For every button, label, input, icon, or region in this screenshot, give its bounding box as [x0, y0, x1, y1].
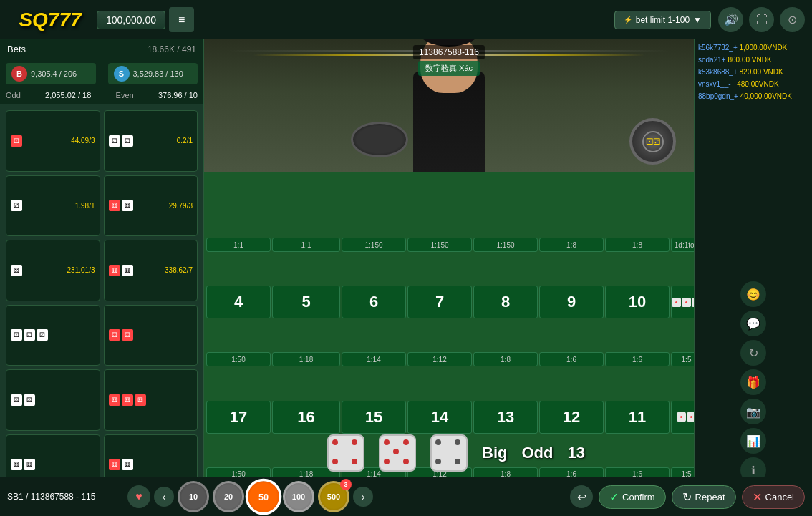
chat-icon[interactable]: 💬: [740, 311, 766, 336]
player-tab-b[interactable]: B 9,305.4 / 206: [6, 63, 96, 84]
bet-3-amount: 1.98/1: [75, 202, 95, 210]
confirm-button[interactable]: ✓ Confirm: [599, 485, 666, 509]
player-tab-s[interactable]: S 3,529.83 / 130: [108, 63, 198, 84]
odds-row-1: Odd 2,055.02 / 18 Even 376.96 / 10: [6, 91, 198, 99]
die-6b: ⚅: [122, 265, 133, 276]
hamburger-button[interactable]: ≡: [169, 7, 194, 32]
even-label: Even: [116, 91, 134, 99]
chip-20[interactable]: 20: [213, 481, 244, 512]
num-6[interactable]: 6: [342, 286, 406, 318]
odd-label: Odd: [6, 91, 21, 99]
right-panel: k56k7732_+ 1,000.00VNDK soda21+ 800.00 V…: [694, 39, 812, 516]
verify-button[interactable]: 数字验真 Xác: [418, 61, 480, 76]
num-5[interactable]: 5: [272, 286, 340, 318]
player-s-amount: 3,529.83 / 130: [133, 69, 183, 78]
odds-1d: 1d:1to1: [671, 238, 694, 252]
die-11: ⚄: [11, 459, 22, 470]
die-1: ⚀: [11, 135, 22, 147]
odds-4: 1:50: [206, 352, 271, 366]
die-8b: ⚃: [122, 329, 133, 341]
undo-button[interactable]: ↩: [570, 485, 593, 508]
gift-icon[interactable]: 🎁: [740, 369, 766, 395]
chip-500[interactable]: 500 3: [318, 481, 349, 512]
odds-label-150b: 1:150: [407, 238, 472, 252]
num-16[interactable]: 16: [272, 401, 340, 434]
odds-8: 1:8: [473, 352, 538, 366]
refresh-icon[interactable]: ↻: [740, 340, 766, 366]
chip-100[interactable]: 100: [283, 481, 314, 512]
num-4[interactable]: 4: [206, 286, 271, 318]
bet-limit-button[interactable]: ⚡ bet limit 1-100 ▼: [614, 11, 711, 29]
bet-cell-10[interactable]: ⚅ ⚅ ⚅: [104, 369, 198, 431]
dice-2: ⚁ ⚁: [109, 135, 133, 147]
bet-cell-8[interactable]: ⚃ ⚃: [104, 305, 198, 366]
triple-combo-1[interactable]: [671, 286, 694, 318]
odds-7: 1:12: [407, 352, 472, 366]
odds-label-11b: 1:1: [272, 238, 340, 252]
chart-icon[interactable]: 📊: [740, 428, 766, 454]
dice-9: ⚄ ⚄: [11, 394, 35, 406]
num-15[interactable]: 15: [342, 401, 406, 434]
die-4b: ⚃: [122, 200, 133, 211]
dice-6: ⚅ ⚅: [109, 265, 133, 276]
num-8[interactable]: 8: [473, 286, 538, 318]
bet-cell-2[interactable]: ⚁ ⚁ 0.2/1: [104, 110, 198, 172]
num-7[interactable]: 7: [407, 286, 472, 318]
double-combo-1[interactable]: [671, 401, 694, 434]
main-layout: Bets 18.66K / 491 B 9,305.4 / 206 S 3,52…: [0, 39, 812, 516]
num-13[interactable]: 13: [473, 401, 538, 434]
chip-50[interactable]: 50: [246, 479, 282, 515]
odds-10: 1:6: [605, 352, 670, 366]
die-11b: ⚅: [24, 459, 35, 470]
bet-cell-7[interactable]: ⚀ ⚁ ⚂: [6, 305, 100, 366]
odds-label-8b: 1:8: [605, 238, 670, 252]
num-17[interactable]: 17: [206, 401, 271, 434]
chip-right-arrow[interactable]: ›: [353, 487, 373, 507]
num-9[interactable]: 9: [539, 286, 604, 318]
cancel-x-icon: ✕: [753, 490, 762, 504]
left-panel: Bets 18.66K / 491 B 9,305.4 / 206 S 3,52…: [0, 39, 204, 516]
bet-grid: ⚀ 44.09/3 ⚁ ⚁ 0.2/1 ⚂ 1.98/1 ⚃: [0, 104, 203, 501]
fullscreen-icon[interactable]: ⛶: [749, 7, 774, 32]
odds-label-150c: 1:150: [473, 238, 538, 252]
num-14[interactable]: 14: [407, 401, 472, 434]
bet-cell-1[interactable]: ⚀ 44.09/3: [6, 110, 100, 172]
video-area: ⚀⚁ 113867588-116 数字验真 Xác: [204, 39, 694, 172]
odds-9: 1:6: [539, 352, 604, 366]
player-divider: [102, 63, 102, 84]
emoji-icon[interactable]: 😊: [740, 281, 766, 307]
bet-cell-5[interactable]: ⚄ 231.01/3: [6, 240, 100, 301]
num-12[interactable]: 12: [539, 401, 604, 434]
bets-header: Bets 18.66K / 491: [0, 39, 203, 59]
odds-5: 1:18: [272, 352, 340, 366]
bet-cell-3[interactable]: ⚂ 1.98/1: [6, 175, 100, 237]
settings-icon[interactable]: ⊙: [780, 7, 805, 32]
chat-msg-1: k56k7732_+ 1,000.00VNDK: [698, 43, 808, 52]
bet-cell-4[interactable]: ⚃ ⚃ 29.79/3: [104, 175, 198, 237]
dice-5: ⚄: [11, 265, 22, 276]
header: SQ777 100,000.00 ≡ ⚡ bet limit 1-100 ▼ 🔊…: [0, 0, 812, 39]
heart-button[interactable]: ♥: [127, 485, 150, 508]
badge-s: S: [114, 66, 130, 82]
odds-t1: 1:5: [671, 352, 694, 366]
die-2: ⚁: [109, 135, 120, 147]
repeat-button[interactable]: ↻ Repeat: [672, 485, 736, 509]
num-11[interactable]: 11: [605, 401, 670, 434]
bet-4-amount: 29.79/3: [169, 202, 193, 210]
die-3: ⚂: [11, 200, 22, 211]
cancel-button[interactable]: ✕ Cancel: [742, 485, 805, 509]
chip-left-arrow[interactable]: ‹: [154, 487, 174, 507]
dice-12: ⚅ ⚅: [109, 459, 133, 470]
num-10[interactable]: 10: [605, 286, 670, 318]
die-8: ⚃: [109, 329, 120, 341]
bet-2-amount: 0.2/1: [177, 137, 193, 145]
chat-messages: k56k7732_+ 1,000.00VNDK soda21+ 800.00 V…: [695, 39, 812, 278]
bet-cell-6[interactable]: ⚅ ⚅ 338.62/7: [104, 240, 198, 301]
die-2b: ⚁: [122, 135, 133, 147]
die-10: ⚅: [109, 394, 120, 406]
bottom-bar: SB1 / 113867588 - 115 ♥ ‹ 10 20 50 100 5…: [0, 477, 812, 516]
sound-icon[interactable]: 🔊: [718, 7, 743, 32]
bet-cell-9[interactable]: ⚄ ⚄: [6, 369, 100, 431]
camera-icon[interactable]: 📷: [740, 399, 766, 424]
chip-10[interactable]: 10: [178, 481, 209, 512]
